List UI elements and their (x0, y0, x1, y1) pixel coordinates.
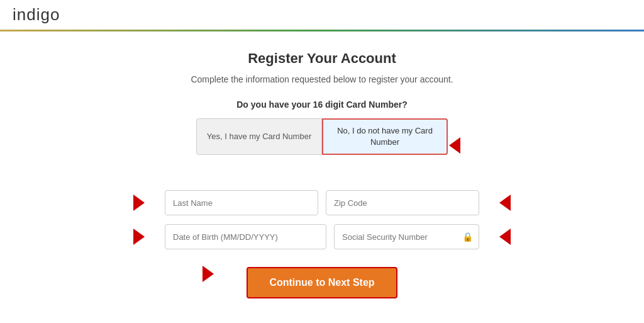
lock-icon: 🔒 (462, 232, 473, 242)
page-title: Register Your Account (248, 50, 396, 67)
dob-input[interactable] (165, 224, 326, 249)
row1-arrow-left (133, 195, 145, 211)
zip-code-input[interactable] (326, 190, 479, 215)
card-number-toggle: Yes, I have my Card Number No, I do not … (196, 118, 448, 155)
ssn-wrapper: 🔒 (334, 224, 479, 249)
form-row-1 (165, 190, 479, 215)
last-name-input[interactable] (165, 190, 318, 215)
header: indigo (0, 0, 644, 31)
toggle-area: Yes, I have my Card Number No, I do not … (133, 118, 511, 173)
button-area: Continue to Next Step (165, 249, 479, 298)
subtitle: Complete the information requested below… (191, 74, 453, 84)
toggle-yes[interactable]: Yes, I have my Card Number (196, 118, 322, 155)
main-content: Register Your Account Complete the infor… (0, 31, 644, 298)
logo: indigo (13, 5, 60, 25)
ssn-input[interactable] (334, 224, 479, 249)
continue-button[interactable]: Continue to Next Step (247, 267, 397, 298)
toggle-arrow-right (449, 137, 460, 154)
form-row-2: 🔒 (165, 224, 479, 249)
row1-arrow-right (499, 195, 511, 211)
row2-arrow-left (133, 229, 145, 245)
card-question: Do you have your 16 digit Card Number? (236, 99, 408, 110)
form-wrapper: 🔒 (133, 190, 511, 249)
toggle-no[interactable]: No, I do not have my Card Number (322, 118, 448, 155)
row2-arrow-right (499, 229, 511, 245)
btn-arrow-left (203, 266, 214, 282)
